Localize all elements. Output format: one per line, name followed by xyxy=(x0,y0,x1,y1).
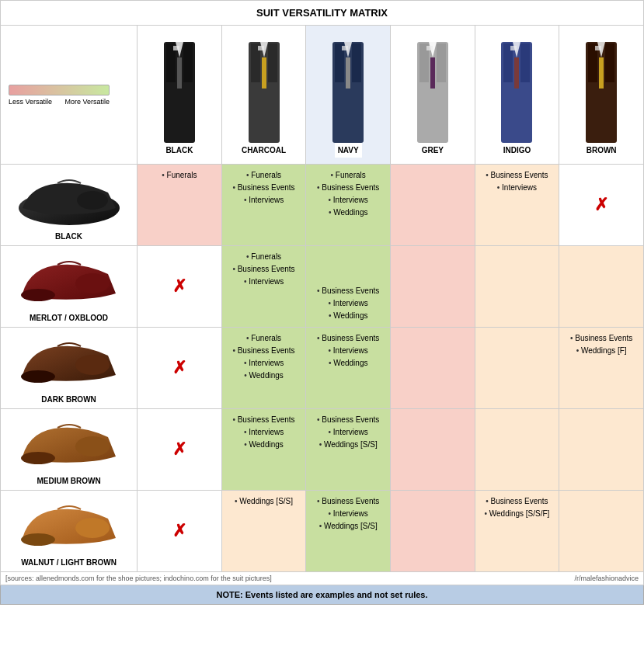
cell-black-mediumbrown: ✗ xyxy=(138,409,222,491)
svg-point-41 xyxy=(21,370,55,383)
shoe-label-walnut: WALNUT / LIGHT BROWN xyxy=(5,558,132,567)
legend-labels: Less Versatile More Versatile xyxy=(9,98,110,106)
event-item: Weddings xyxy=(312,357,384,370)
x-mark: ✗ xyxy=(172,439,186,459)
svg-rect-23 xyxy=(426,46,433,50)
sources-text: [sources: allenedmonds.com for the shoe … xyxy=(5,574,272,582)
suit-col-indigo: INDIGO xyxy=(475,26,559,165)
events-list: Business Events Interviews Weddings xyxy=(312,332,384,370)
suit-label-indigo: INDIGO xyxy=(500,143,534,158)
shoe-label-merlot: MERLOT / OXBLOOD xyxy=(5,314,132,322)
shoe-cell-darkbrown: DARK BROWN xyxy=(1,328,138,409)
shoe-img-black xyxy=(15,169,124,227)
x-mark: ✗ xyxy=(172,358,186,377)
event-item: Interviews xyxy=(312,345,384,357)
shoe-row-mediumbrown: MEDIUM BROWN ✗ Business Events Interview… xyxy=(1,409,644,491)
cell-indigo-mediumbrown xyxy=(475,409,559,491)
event-item: Business Events xyxy=(482,169,553,182)
subreddit-text: /r/malefashionadvice xyxy=(574,574,639,582)
events-list: Weddings [S/S] xyxy=(228,495,300,508)
events-list: Business Events Weddings [S/S/F] xyxy=(482,495,553,520)
event-item: Funerals xyxy=(228,169,300,182)
event-item: Business Events xyxy=(312,495,384,508)
cell-navy-black: Funerals Business Events Interviews Wedd… xyxy=(306,165,391,246)
cell-brown-black: ✗ xyxy=(559,165,644,246)
suit-icon-brown xyxy=(578,42,625,143)
event-item: Weddings xyxy=(312,310,384,322)
cell-indigo-walnut: Business Events Weddings [S/S/F] xyxy=(475,491,559,572)
event-item: Interviews xyxy=(312,426,384,439)
event-item: Business Events xyxy=(228,182,300,194)
event-item: Interviews xyxy=(482,182,553,194)
svg-rect-26 xyxy=(514,57,519,89)
event-item: Interviews xyxy=(228,357,300,370)
shoe-label-darkbrown: DARK BROWN xyxy=(5,395,132,404)
suit-label-charcoal: CHARCOAL xyxy=(238,143,289,158)
cell-black-darkbrown: ✗ xyxy=(138,328,222,409)
event-item: Interviews xyxy=(228,276,300,288)
events-list: Funerals Business Events Interviews Wedd… xyxy=(228,332,300,382)
svg-rect-14 xyxy=(346,57,350,89)
event-item: Funerals xyxy=(228,332,300,345)
event-item: Weddings xyxy=(312,207,384,219)
event-item: Weddings xyxy=(228,370,300,382)
event-item: Business Events xyxy=(312,332,384,345)
events-list: Business Events Interviews Weddings [S/S… xyxy=(312,414,384,451)
cell-navy-darkbrown: Business Events Interviews Weddings xyxy=(306,328,391,409)
suit-icon-grey xyxy=(409,42,456,143)
suit-col-grey: GREY xyxy=(390,26,475,165)
suit-icon-charcoal xyxy=(241,42,287,143)
event-item: Weddings [S/S] xyxy=(312,520,384,533)
footer-note: NOTE: Events listed are examples and not… xyxy=(0,585,644,605)
shoe-row-black: BLACK Funerals Funerals Business Events … xyxy=(1,165,644,246)
svg-point-45 xyxy=(21,533,55,546)
less-versatile-label: Less Versatile xyxy=(9,98,52,106)
cell-grey-mediumbrown xyxy=(390,409,475,491)
event-item: Funerals xyxy=(312,169,384,182)
shoe-img-mediumbrown xyxy=(15,414,124,472)
suit-col-black: BLACK xyxy=(138,26,222,165)
cell-grey-black xyxy=(390,165,475,246)
svg-rect-32 xyxy=(599,57,604,89)
svg-point-40 xyxy=(75,355,110,375)
event-item: Weddings [S/S] xyxy=(228,495,300,508)
svg-point-38 xyxy=(75,273,110,293)
cell-charcoal-mediumbrown: Business Events Interviews Weddings xyxy=(221,409,306,491)
cell-indigo-darkbrown xyxy=(475,328,559,409)
shoe-cell-merlot: MERLOT / OXBLOOD xyxy=(1,246,138,328)
event-item: Business Events xyxy=(566,332,637,345)
event-item: Business Events xyxy=(312,182,384,194)
shoe-cell-mediumbrown: MEDIUM BROWN xyxy=(1,409,138,491)
matrix-table: Less Versatile More Versatile xyxy=(0,25,644,572)
event-item: Weddings [F] xyxy=(566,345,637,357)
cell-brown-mediumbrown xyxy=(559,409,644,491)
cell-charcoal-darkbrown: Funerals Business Events Interviews Wedd… xyxy=(221,328,306,409)
svg-rect-8 xyxy=(262,57,266,89)
events-list: Business Events Interviews Weddings [S/S… xyxy=(312,495,384,533)
cell-black-walnut: ✗ xyxy=(138,491,222,572)
cell-navy-walnut: Business Events Interviews Weddings [S/S… xyxy=(306,491,391,572)
legend-cell: Less Versatile More Versatile xyxy=(1,26,138,165)
shoe-img-darkbrown xyxy=(15,332,124,391)
cell-navy-merlot: Business Events Interviews Weddings xyxy=(306,246,391,328)
shoe-label-mediumbrown: MEDIUM BROWN xyxy=(5,477,132,485)
suit-label-black: BLACK xyxy=(162,143,196,158)
x-mark: ✗ xyxy=(594,195,608,214)
cell-charcoal-black: Funerals Business Events Interviews xyxy=(221,165,306,246)
cell-navy-mediumbrown: Business Events Interviews Weddings [S/S… xyxy=(306,409,391,491)
cell-brown-walnut xyxy=(559,491,644,572)
shoe-cell-walnut: WALNUT / LIGHT BROWN xyxy=(1,491,138,572)
shoe-cell-black: BLACK xyxy=(1,165,138,246)
events-list: Business Events Weddings [F] xyxy=(566,332,637,357)
events-list: Funerals Business Events Interviews xyxy=(228,251,300,288)
event-item: Business Events xyxy=(228,414,300,426)
events-list: Business Events Interviews Weddings xyxy=(228,414,300,451)
cell-black-merlot: ✗ xyxy=(138,246,222,328)
svg-rect-29 xyxy=(510,46,517,50)
suit-icon-navy xyxy=(325,42,371,143)
svg-rect-10 xyxy=(268,43,277,82)
cell-charcoal-merlot: Funerals Business Events Interviews xyxy=(221,246,306,328)
suit-icon-indigo xyxy=(493,42,540,143)
cell-charcoal-walnut: Weddings [S/S] xyxy=(221,491,306,572)
cell-grey-merlot xyxy=(390,246,475,328)
